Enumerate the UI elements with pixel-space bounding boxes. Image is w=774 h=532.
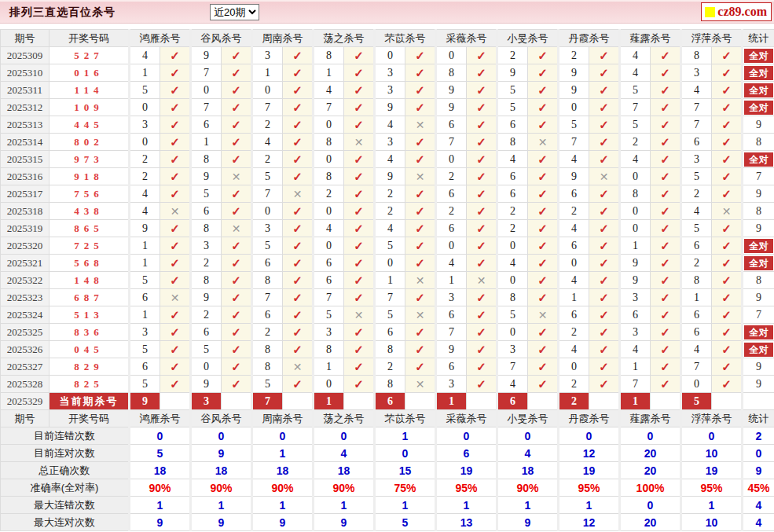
kill-number: 0 [314,116,344,134]
kill-mark-cell: ✓ [344,220,375,237]
draw-number: 725 [50,237,130,255]
row-stat: 7 [743,306,774,324]
kill-number: 6 [681,324,712,341]
kill-number: 3 [191,237,222,255]
table-row: 20253258363✓6✓2✓3✓6✓7✓0✓2✓3✓6✓全对 [1,324,774,341]
kill-mark-cell: ✓ [712,168,743,185]
kill-number: 7 [436,324,467,341]
check-icon: ✓ [170,360,180,373]
stats-value: 9 [314,514,375,531]
row-stat: 7 [743,168,774,185]
check-icon: ✓ [721,325,732,339]
kill-number: 0 [620,168,651,185]
kill-number: 8 [314,341,344,358]
kill-mark-cell: ✓ [589,358,620,376]
kill-mark-cell: ✓ [467,358,497,376]
stats-row: 目前连对次数59140641220100 [1,445,774,462]
check-icon: ✓ [476,308,486,321]
kill-mark-cell: ✕ [283,358,314,376]
row-stat: 全对 [743,64,774,82]
kill-mark-cell: ✕ [528,306,559,324]
period-cell: 2025325 [1,324,50,341]
kill-number: 9 [559,82,589,99]
kill-number: 1 [681,289,712,306]
kill-number: 6 [497,116,528,134]
column-header: 期号 [1,410,50,427]
check-icon: ✓ [415,66,425,79]
current-kill-number: 3 [191,393,222,410]
kill-mark-cell: ✓ [222,82,252,99]
stats-value: 18 [191,462,252,479]
kill-number: 2 [436,203,467,220]
kill-mark-cell: ✓ [467,185,497,203]
kill-number: 3 [252,47,283,64]
column-header: 薤露杀号 [620,30,681,47]
check-icon: ✓ [354,325,364,339]
kill-mark-cell: ✕ [589,168,620,185]
kill-number: 7 [681,358,712,376]
stats-value: 13 [436,514,497,531]
all-correct-badge: 全对 [744,256,773,270]
row-stat: 全对 [743,341,774,358]
kill-number: 0 [497,324,528,341]
kill-mark-cell: ✓ [712,134,743,151]
kill-number: 6 [314,272,344,289]
check-icon: ✓ [599,187,609,200]
kill-number: 8 [252,341,283,358]
stats-value: 0 [252,427,314,445]
check-icon: ✓ [170,118,180,131]
kill-mark-cell: ✓ [222,116,252,134]
check-icon: ✓ [354,101,364,114]
stats-value: 9 [191,445,252,462]
kill-number: 4 [559,220,589,237]
cross-icon: ✕ [171,205,180,218]
site-logo[interactable]: cz89.com [701,2,772,21]
draw-number: 918 [50,168,130,185]
check-icon: ✓ [292,273,303,287]
kill-number: 7 [559,134,589,151]
kill-mark-cell: ✓ [712,185,743,203]
stats-value: 1 [252,497,314,514]
check-icon: ✓ [170,49,180,62]
current-kill-mark-cell [222,393,252,410]
column-header: 开奖号码 [50,30,130,47]
kill-number: 1 [314,358,344,376]
kill-number: 6 [681,237,712,255]
kill-mark-cell: ✓ [589,324,620,341]
kill-mark-cell: ✓ [528,47,559,64]
check-icon: ✓ [721,118,732,131]
check-icon: ✓ [231,256,241,270]
period-range-select[interactable]: 近20期 [210,4,259,20]
check-icon: ✓ [660,360,670,373]
kill-mark-cell: ✓ [344,82,375,99]
stats-value: 0 [314,427,375,445]
kill-mark-cell: ✕ [344,134,375,151]
check-icon: ✓ [231,343,241,356]
stats-value: 12 [559,445,620,462]
kill-mark-cell: ✓ [344,255,375,272]
kill-mark-cell: ✓ [589,151,620,168]
row-stat: 全对 [743,237,774,255]
stats-value: 0 [620,427,681,445]
current-kill-mark-cell [528,393,559,410]
kill-mark-cell: ✓ [467,116,497,134]
column-header: 谷风杀号 [191,410,252,427]
kill-mark-cell: ✓ [222,306,252,324]
kill-number: 7 [191,64,222,82]
check-icon: ✓ [170,273,180,287]
kill-mark-cell: ✓ [528,151,559,168]
row-stat: 8 [743,272,774,289]
kill-mark-cell: ✓ [222,203,252,220]
period-cell: 2025329 [1,393,50,410]
kill-mark-cell: ✓ [589,255,620,272]
kill-mark-cell: ✓ [528,255,559,272]
kill-number: 1 [130,255,160,272]
kill-mark-cell: ✓ [283,82,314,99]
check-icon: ✓ [599,152,609,166]
kill-number: 4 [314,82,344,99]
row-stat: 全对 [743,47,774,64]
kill-mark-cell: ✓ [589,306,620,324]
kill-mark-cell: ✓ [651,358,681,376]
current-kill-number: 7 [252,393,283,410]
kill-mark-cell: ✓ [467,203,497,220]
